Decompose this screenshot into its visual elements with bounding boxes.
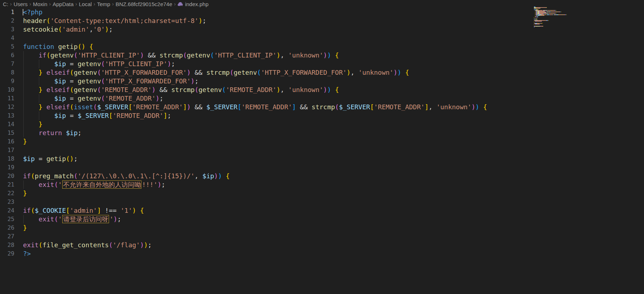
code-token: ( — [46, 17, 50, 24]
code-line[interactable]: 24if($_COOKIE['admin'] !== '1') { — [0, 206, 644, 215]
code-line[interactable]: 9 $ip = getenv('HTTP_X_FORWARDED_FOR'); — [0, 77, 644, 86]
code-token: ( — [54, 181, 58, 188]
line-number[interactable]: 13 — [0, 111, 14, 120]
code-line[interactable]: 16} — [0, 137, 644, 146]
minimap[interactable] — [534, 6, 567, 27]
code-editor[interactable]: 1<?php2header('Content-type:text/html;ch… — [0, 8, 644, 258]
line-number[interactable]: 1 — [0, 8, 14, 17]
code-token: ) — [323, 51, 327, 59]
code-token: ; — [171, 60, 175, 68]
line-number[interactable]: 18 — [0, 155, 14, 163]
code-token: { — [405, 69, 409, 76]
vscode-editor-window: { "breadcrumb": { "path": ["C:", "Users"… — [0, 0, 644, 294]
code-token: setcookie — [23, 26, 58, 33]
breadcrumb-item[interactable]: C: — [3, 1, 8, 7]
line-number[interactable]: 9 — [0, 77, 14, 86]
line-number[interactable]: 8 — [0, 68, 14, 77]
code-token — [23, 120, 38, 128]
line-number[interactable]: 10 — [0, 86, 14, 94]
code-token: getenv — [78, 95, 101, 102]
line-number[interactable]: 24 — [0, 206, 14, 215]
code-token: strcmp — [312, 103, 335, 111]
code-line[interactable]: 18$ip = getip(); — [0, 155, 644, 163]
code-line[interactable]: 25 exit('请登录后访问呀'); — [0, 215, 644, 224]
line-number[interactable]: 21 — [0, 180, 14, 189]
code-line[interactable]: 14 } — [0, 120, 644, 129]
code-token: exit — [38, 181, 54, 188]
breadcrumb-item[interactable]: Users — [14, 1, 28, 7]
code-line[interactable]: 8 } elseif(getenv('HTTP_X_FORWARDED_FOR'… — [0, 68, 644, 77]
code-token: 'unknown' — [358, 69, 394, 76]
code-token: 'REMOTE_ADDR' — [241, 103, 292, 111]
code-token: $ip — [54, 77, 66, 85]
line-number[interactable]: 19 — [0, 163, 14, 172]
code-token: ; — [117, 215, 121, 223]
breadcrumb-item[interactable]: Moxin — [33, 1, 47, 7]
line-number[interactable]: 11 — [0, 94, 14, 103]
code-line[interactable]: 5function getip() { — [0, 42, 644, 51]
breadcrumb-file-item[interactable]: index.php — [177, 1, 208, 7]
line-number[interactable]: 3 — [0, 25, 14, 34]
line-number[interactable]: 28 — [0, 241, 14, 249]
code-token: ( — [31, 172, 35, 180]
code-line[interactable]: 17 — [0, 146, 644, 155]
code-token: ( — [93, 103, 97, 111]
code-token — [401, 69, 405, 76]
line-number[interactable]: 2 — [0, 17, 14, 25]
code-line[interactable]: 19 — [0, 163, 644, 172]
code-token: } — [23, 189, 27, 197]
code-line[interactable]: 12 } elseif(isset($_SERVER['REMOTE_ADDR'… — [0, 103, 644, 111]
line-number[interactable]: 17 — [0, 146, 14, 155]
code-line[interactable]: 21 exit('不允许来自外地的人访问呦!!!'); — [0, 180, 644, 189]
breadcrumb-item[interactable]: AppData — [53, 1, 73, 7]
code-line[interactable]: 13 $ip = $_SERVER['REMOTE_ADDR']; — [0, 111, 644, 120]
indent-guide — [23, 77, 24, 86]
breadcrumb-item[interactable]: Temp — [97, 1, 110, 7]
line-number[interactable]: 22 — [0, 189, 14, 198]
code-token: ; — [109, 26, 113, 33]
code-token: isset — [74, 103, 93, 111]
code-line[interactable]: 6 if(getenv('HTTP_CLIENT_IP') && strcmp(… — [0, 51, 644, 60]
code-token: 'admin' — [70, 207, 97, 214]
code-token: exit — [38, 215, 54, 223]
line-number[interactable]: 12 — [0, 103, 14, 111]
line-number[interactable]: 4 — [0, 34, 14, 42]
line-number[interactable]: 27 — [0, 232, 14, 241]
code-line[interactable]: 15 return $ip; — [0, 129, 644, 137]
line-number[interactable]: 26 — [0, 224, 14, 232]
code-line[interactable]: 26} — [0, 224, 644, 232]
line-number[interactable]: 14 — [0, 120, 14, 129]
code-token: } — [23, 138, 27, 145]
code-line[interactable]: 23 — [0, 198, 644, 206]
code-token: ' — [109, 215, 113, 223]
code-line[interactable]: 28exit(file_get_contents('/flag')); — [0, 241, 644, 249]
code-token — [85, 43, 89, 50]
code-token: 'HTTP_CLIENT_IP' — [105, 60, 167, 68]
line-number[interactable]: 25 — [0, 215, 14, 224]
code-token: } — [38, 86, 42, 93]
code-token: ; — [203, 17, 207, 24]
code-line[interactable]: 4 — [0, 34, 644, 42]
breadcrumb-item[interactable]: Local — [79, 1, 92, 7]
code-token: elseif — [42, 86, 70, 93]
code-token: ) — [214, 172, 218, 180]
line-number[interactable]: 5 — [0, 42, 14, 51]
line-number[interactable]: 7 — [0, 60, 14, 68]
line-number[interactable]: 23 — [0, 198, 14, 206]
code-line[interactable]: 7 $ip = getenv('HTTP_CLIENT_IP'); — [0, 60, 644, 68]
code-token: ( — [195, 86, 199, 93]
code-line[interactable]: 10 } elseif(getenv('REMOTE_ADDR') && str… — [0, 86, 644, 94]
line-number[interactable]: 29 — [0, 249, 14, 258]
code-line[interactable]: 20if(preg_match('/(127\.\0.\.0\.1\.[^:]{… — [0, 172, 644, 180]
line-number[interactable]: 15 — [0, 129, 14, 137]
code-line[interactable]: 29?> — [0, 249, 644, 258]
line-number[interactable]: 16 — [0, 137, 14, 146]
code-line[interactable]: 11 $ip = getenv('REMOTE_ADDR'); — [0, 94, 644, 103]
code-line[interactable]: 22} — [0, 189, 644, 198]
code-line[interactable]: 27 — [0, 232, 644, 241]
line-number[interactable]: 20 — [0, 172, 14, 180]
breadcrumb-item[interactable]: BNZ.68fcf29015c2e74e — [115, 1, 172, 7]
code-token: ) — [394, 69, 398, 76]
code-line-content: } — [23, 189, 27, 198]
line-number[interactable]: 6 — [0, 51, 14, 60]
